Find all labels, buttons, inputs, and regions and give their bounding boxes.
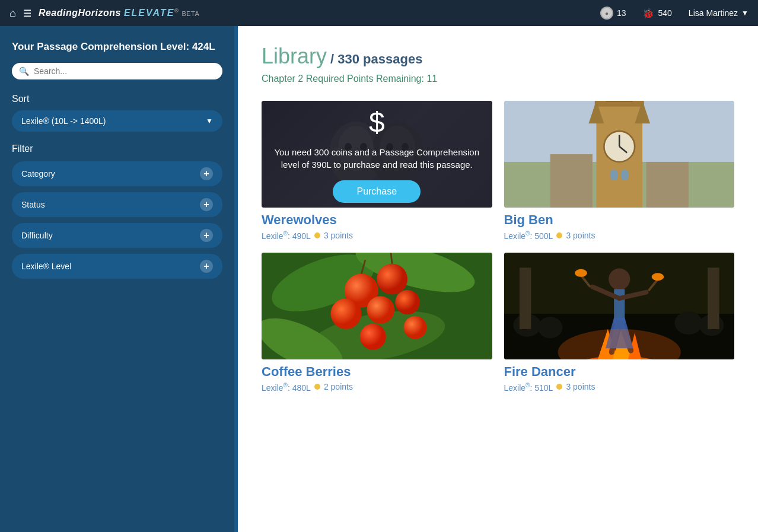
points-dot-bigben: [556, 232, 562, 238]
coffee-illustration: [262, 253, 492, 359]
svg-marker-12: [605, 101, 633, 102]
search-box: 🔍: [12, 63, 222, 79]
passage-meta-bigben: Lexile®: 500L 3 points: [504, 230, 735, 241]
card-image-container-coffee: [262, 253, 492, 359]
sort-option-label: Lexile® (10L -> 1400L): [21, 116, 106, 126]
svg-rect-19: [646, 162, 688, 208]
svg-point-32: [404, 316, 427, 339]
main-layout: Your Passage Comprehension Level: 424L 🔍…: [0, 26, 758, 532]
svg-point-59: [651, 273, 664, 281]
svg-point-40: [674, 311, 702, 335]
filter-lexile-label: Lexile® Level: [21, 262, 71, 271]
passage-card-dancer[interactable]: Fire Dancer Lexile®: 510L 3 points: [504, 253, 735, 393]
bigben-illustration: [504, 101, 735, 208]
svg-point-30: [331, 298, 362, 329]
svg-rect-42: [519, 267, 530, 329]
brand-logo: ReadingHorizons ELEVATE® BETA: [39, 8, 199, 18]
overlay-text: You need 300 coins and a Passage Compreh…: [271, 146, 483, 171]
svg-point-39: [537, 317, 562, 338]
dancer-background: [504, 253, 735, 359]
passage-card-werewolves[interactable]: $ You need 300 coins and a Passage Compr…: [262, 101, 492, 241]
bigben-background: [504, 101, 735, 208]
svg-rect-17: [620, 170, 628, 180]
dollar-sign-icon: $: [369, 106, 385, 139]
coin-icon: ●: [600, 7, 613, 20]
search-input[interactable]: [34, 66, 215, 76]
main-content: Library / 330 passages Chapter 2 Require…: [238, 26, 758, 532]
home-icon[interactable]: ⌂: [9, 7, 16, 20]
lexile-label-bigben: Lexile®: 500L: [504, 230, 553, 241]
chapter-info: Chapter 2 Required Points Remaining: 11: [262, 74, 740, 84]
search-icon: 🔍: [19, 66, 29, 76]
filter-status-label: Status: [21, 200, 45, 209]
filter-lexile-plus-icon: +: [200, 260, 213, 273]
filter-difficulty-label: Difficulty: [21, 231, 53, 240]
filter-category[interactable]: Category +: [12, 161, 222, 186]
card-image-container-dancer: [504, 253, 735, 359]
credits-count: 540: [658, 8, 671, 18]
points-dot-werewolves: [314, 232, 320, 238]
svg-point-31: [395, 289, 419, 314]
passage-meta-dancer: Lexile®: 510L 3 points: [504, 382, 735, 393]
coffee-background: [262, 253, 492, 359]
svg-rect-18: [550, 154, 592, 208]
svg-rect-43: [708, 267, 719, 329]
lexile-label-werewolves: Lexile®: 490L: [262, 230, 311, 241]
sort-chevron-icon: ▼: [206, 117, 213, 125]
filter-status[interactable]: Status +: [12, 192, 222, 217]
points-coffee: 2 points: [324, 382, 353, 391]
svg-point-57: [575, 269, 587, 276]
passage-meta-coffee: Lexile®: 480L 2 points: [262, 382, 492, 393]
points-bigben: 3 points: [566, 231, 595, 240]
user-name: Lisa Martinez: [689, 8, 738, 18]
sort-dropdown[interactable]: Lexile® (10L -> 1400L) ▼: [12, 110, 222, 132]
comprehension-level: Your Passage Comprehension Level: 424L: [12, 40, 222, 53]
sort-label: Sort: [12, 94, 222, 104]
filter-difficulty-plus-icon: +: [200, 229, 213, 242]
svg-rect-16: [610, 170, 617, 180]
credits-section: 🐞 540: [642, 8, 671, 19]
lexile-label-dancer: Lexile®: 510L: [504, 382, 553, 393]
library-header: Library / 330 passages: [262, 44, 740, 69]
library-title: Library: [262, 44, 327, 69]
filter-status-plus-icon: +: [200, 198, 213, 211]
points-dancer: 3 points: [566, 382, 595, 391]
passage-title-dancer: Fire Dancer: [504, 364, 735, 380]
filter-category-label: Category: [21, 169, 55, 179]
svg-point-48: [609, 268, 630, 289]
purchase-button[interactable]: Purchase: [333, 180, 421, 203]
passage-title-bigben: Big Ben: [504, 212, 735, 228]
sidebar: Your Passage Comprehension Level: 424L 🔍…: [0, 26, 234, 532]
purchase-overlay: $ You need 300 coins and a Passage Compr…: [262, 101, 492, 208]
filter-category-plus-icon: +: [200, 167, 213, 180]
lexile-label-coffee: Lexile®: 480L: [262, 382, 311, 393]
passage-meta-werewolves: Lexile®: 490L 3 points: [262, 230, 492, 241]
credits-icon: 🐞: [642, 8, 654, 19]
passages-grid: $ You need 300 coins and a Passage Compr…: [262, 101, 740, 392]
filter-label: Filter: [12, 144, 222, 154]
menu-icon[interactable]: ☰: [23, 8, 31, 19]
dancer-illustration: [504, 253, 735, 359]
chevron-down-icon: ▼: [741, 9, 749, 17]
passage-card-coffee[interactable]: Coffee Berries Lexile®: 480L 2 points: [262, 253, 492, 393]
coin-count: 13: [617, 8, 626, 18]
filter-difficulty[interactable]: Difficulty +: [12, 223, 222, 248]
top-navigation: ⌂ ☰ ReadingHorizons ELEVATE® BETA ● 13 🐞…: [0, 0, 758, 26]
points-werewolves: 3 points: [324, 231, 353, 240]
coins-section: ● 13: [600, 7, 626, 20]
passage-title-coffee: Coffee Berries: [262, 364, 492, 380]
svg-point-33: [360, 323, 386, 349]
library-count: / 330 passages: [330, 52, 422, 67]
user-menu[interactable]: Lisa Martinez ▼: [689, 8, 749, 18]
svg-point-29: [367, 296, 394, 324]
points-dot-coffee: [314, 384, 320, 390]
passage-title-werewolves: Werewolves: [262, 212, 492, 228]
points-dot-dancer: [556, 384, 562, 390]
svg-point-28: [377, 263, 407, 294]
card-image-container-bigben: [504, 101, 735, 208]
filter-lexile[interactable]: Lexile® Level +: [12, 254, 222, 279]
passage-card-bigben[interactable]: Big Ben Lexile®: 500L 3 points: [504, 101, 735, 241]
card-image-container-werewolves: $ You need 300 coins and a Passage Compr…: [262, 101, 492, 208]
